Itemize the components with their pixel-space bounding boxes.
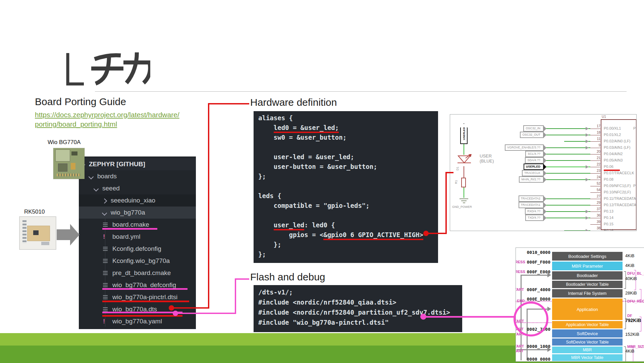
net-flag-osc32-in: OSC32_IN — [523, 125, 544, 132]
code-line: #include "wio_bg770a-pinctrl.dtsi" — [258, 317, 458, 327]
pin-name-p0-00-xl1: P0.00/XL1 — [604, 126, 621, 130]
pin-name-p0-15: P0.15 — [604, 222, 613, 226]
mem-region-label: DF — [627, 314, 632, 318]
chevron-down-icon — [94, 186, 99, 192]
pin-name-p0-12-tracedata1: P0.12/TRACEDATA1 — [604, 203, 637, 207]
tree-item-zephyr-github-[interactable]: ZEPHYR [GITHUB] — [79, 158, 196, 170]
led-symbol — [455, 154, 472, 167]
arrow-to-application — [547, 307, 551, 311]
mem-address: 0000_0000 — [518, 357, 550, 362]
arrow-right-icon — [57, 229, 70, 240]
mem-address: 0010_0000 — [518, 250, 550, 255]
pin-name-p0-11-tracedata2: P0.11/TRACEDATA2 — [604, 196, 637, 200]
pin-number: 38 — [590, 226, 600, 231]
tree-item-seeeduino-xiao[interactable]: seeeduino_xiao — [79, 194, 196, 207]
hardware-definition-heading: Hardware definition — [250, 97, 337, 108]
clipped-pin-text: P — [633, 126, 636, 130]
underline-mark-pink — [102, 312, 182, 313]
userled-net-flag-vertical: USERLED — [460, 123, 468, 144]
link-line-2: porting/board_porting.html — [35, 120, 117, 128]
tree-item-seeed[interactable]: seeed — [79, 182, 196, 194]
pin-number: 18 — [590, 131, 600, 135]
pin-number: 52 — [590, 182, 600, 186]
underline-mark-red — [102, 315, 182, 317]
link-line-1: https://docs.zephyrproject.org/latest/ha… — [35, 111, 179, 119]
title-glyph-L — [68, 53, 84, 84]
net-flag-traceclk: TRACECLK — [522, 170, 544, 176]
mem-block-internal-file-system: Internal File System — [552, 289, 623, 298]
tree-item-label: Kconfig.wio_bg770a — [112, 255, 170, 267]
tree-item-kconfig-wio-bg770a[interactable]: Kconfig.wio_bg770a — [79, 255, 196, 267]
io-arrow-icon — [586, 165, 589, 169]
tree-item-boards[interactable]: boards — [79, 170, 196, 182]
tree-item-wio-bg770a-yaml[interactable]: !wio_bg770a.yaml — [79, 315, 196, 327]
net-flag-main-ri-2-: MAIN_RI/2.?? — [519, 176, 544, 183]
net-flag-osc32-out: OSC32_OUT — [520, 132, 544, 138]
tree-item-wio-bg770a-pinctrl-dtsi[interactable]: wio_bg770a-pinctrl.dtsi — [79, 291, 196, 303]
clipped-pin-text: P — [633, 184, 636, 188]
code-line — [258, 181, 433, 191]
pin-name-p0-05-ain3: P0.05/AIN3 — [604, 158, 623, 162]
connector-dot-red-code — [423, 231, 429, 236]
tree-item-label: wio_bg770a.dts — [112, 303, 157, 315]
file-tree: ZEPHYR [GITHUB]boardsseeedseeeduino_xiao… — [79, 156, 196, 329]
code-line: /dts-v1/; — [258, 287, 458, 297]
connector-dot-pink-tree — [173, 311, 178, 316]
mem-left-label: ADDRESS — [516, 270, 525, 274]
board-porting-heading: Board Porting Guide — [35, 96, 126, 107]
yaml-file-icon: ! — [103, 231, 105, 243]
tree-item-pre-dt-board-cmake[interactable]: pre_dt_board.cmake — [79, 267, 196, 279]
title-glyph-ka — [126, 52, 137, 83]
pin-number: 39 — [590, 220, 600, 225]
tree-item-kconfig-defconfig[interactable]: Kconfig.defconfig — [79, 243, 196, 255]
io-arrow-icon — [586, 216, 589, 220]
mem-block-softdevice: SoftDevice — [552, 329, 623, 337]
code-line: compatible = "gpio-leds"; — [258, 201, 433, 211]
code-line — [258, 142, 433, 152]
net-wire — [544, 179, 590, 180]
pin-name-p0-02-ain0-lf-: P0.02/AIN0 (LF) — [604, 139, 630, 143]
io-arrow-icon — [586, 178, 589, 181]
code-line: }; — [258, 240, 433, 249]
board2-label: RK5010 — [24, 209, 45, 215]
board1-label: Wio BG770A — [48, 139, 80, 146]
mem-size-label: 4KiB — [625, 349, 634, 354]
dts-include-code-block: /dts-v1/;#include <nordic/nrf52840_qiaa.… — [254, 285, 462, 332]
pin-name-p0-14: P0.14 — [604, 216, 613, 220]
mem-left-label: ASH_END — [516, 299, 525, 303]
io-arrow-icon — [586, 210, 589, 213]
schematic-panel: U1 USERLED USER(BLUE) D1 R1 GND_POWER 17… — [450, 114, 637, 231]
tree-item-board-cmake[interactable]: board.cmake — [79, 219, 196, 231]
board-photo-wio-bg770a — [53, 148, 85, 179]
underline-mark-pink — [102, 228, 157, 230]
led-color-label: USER(BLUE) — [480, 153, 494, 164]
board-photo-rk5010 — [19, 217, 56, 249]
list-file-icon — [103, 259, 108, 263]
tree-item-wio-bg770a-defconfig[interactable]: wio_bg770a_defconfig — [79, 279, 196, 291]
code-line — [258, 211, 433, 220]
mem-block-application-vector-table: Application Vector Table — [552, 321, 623, 328]
code-line: user_led: led0 { — [258, 220, 433, 230]
mem-size-label: 28KiB — [625, 290, 637, 296]
yaml-file-icon: ! — [103, 315, 105, 327]
mem-block-bootloader: Bootloader — [552, 271, 623, 280]
chevron-down-icon — [89, 174, 94, 180]
pin-name-p0-13: P0.13 — [604, 209, 613, 213]
slide: Lチカ Board Porting Guide https://docs.zep… — [0, 0, 644, 363]
resistor-ref: R1 — [454, 180, 458, 184]
list-file-icon — [103, 271, 108, 275]
pin-number: 23 — [590, 169, 600, 174]
mem-left-label: ADDRESS — [516, 260, 525, 264]
tree-item-board-yml[interactable]: !board.yml — [79, 231, 196, 243]
ic-reference: U1 — [602, 115, 606, 119]
board-porting-link[interactable]: https://docs.zephyrproject.org/latest/ha… — [35, 110, 179, 129]
tree-item-label: wio_bg770a.yaml — [112, 315, 162, 327]
pin-number: 24 — [590, 175, 600, 180]
net-wire — [544, 198, 590, 199]
list-file-icon — [103, 247, 108, 251]
pin-number: 17 — [590, 124, 600, 129]
code-line: leds { — [258, 191, 433, 201]
net-flag-scl-4-: SCL/4.?? — [525, 151, 544, 157]
tree-item-wio-bg770a[interactable]: wio_bg770a — [79, 207, 196, 219]
io-arrow-icon — [586, 229, 589, 231]
